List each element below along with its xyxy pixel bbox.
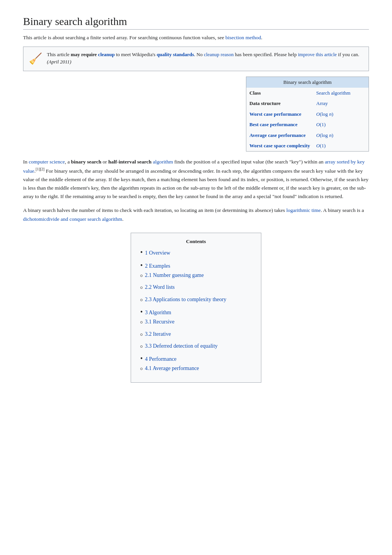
infobox-row-best-perf: Best case performance O(1)	[246, 119, 369, 130]
circle-marker-3-2	[140, 333, 143, 336]
contents-sublist-3: 3.1 Recursive 3.2 Iterative 3.3 Deferred…	[140, 317, 252, 351]
date-note: (April 2011)	[47, 59, 71, 65]
best-case-performance-link[interactable]: Best case performance	[249, 122, 297, 127]
circle-marker-3-1	[140, 321, 143, 323]
infobox-row-avg-perf: Average case performance O(log n)	[246, 130, 369, 141]
contents-sublist-4: 4.1 Average performance	[140, 364, 252, 373]
infobox-label-class: Class	[246, 88, 313, 98]
infobox-row-class: Class Search algorithm	[246, 88, 369, 98]
contents-subitem-2-3: 2.3 Applications to complexity theory	[140, 295, 252, 304]
contents-subitem-2-1: 2.1 Number guessing game	[140, 271, 252, 280]
contents-subitem-3-3: 3.3 Deferred detection of equality	[140, 342, 252, 351]
infobox-title: Binary search algorithm	[246, 77, 369, 88]
contents-link-algorithm[interactable]: 3 Algorithm	[145, 308, 171, 317]
infobox-label-worst-perf: Worst case performance	[246, 109, 313, 120]
infobox-table: Class Search algorithm Data structure Ar…	[246, 88, 369, 151]
contents-link-2-2[interactable]: 2.2 Word lists	[145, 283, 175, 292]
contents-link-4-1[interactable]: 4.1 Average performance	[145, 364, 199, 373]
array-link[interactable]: Array	[316, 100, 328, 106]
contents-container: Contents • 1 Overview • 2 Examples 2.1 N…	[23, 229, 369, 390]
search-algorithm-link-2[interactable]: search algorithm	[88, 216, 122, 222]
infobox-value-space: O(1)	[313, 140, 369, 151]
avg-perf-value-link[interactable]: O(log n)	[316, 132, 333, 138]
infobox-row-worst-perf: Worst case performance O(log n)	[246, 109, 369, 120]
infobox-label-space: Worst case space complexity	[246, 140, 313, 151]
cleanup-text: This article may require cleanup to meet…	[47, 51, 363, 66]
bullet-1: •	[140, 249, 143, 256]
infobox-label-data-structure: Data structure	[246, 98, 313, 109]
contents-box: Contents • 1 Overview • 2 Examples 2.1 N…	[131, 233, 261, 383]
best-perf-value-link[interactable]: O(1)	[316, 122, 326, 127]
contents-title: Contents	[140, 238, 252, 245]
body-paragraph-1: In computer science, a binary search or …	[23, 158, 369, 201]
contents-subitem-3-2: 3.2 Iterative	[140, 330, 252, 339]
infobox-label-avg-perf: Average case performance	[246, 130, 313, 141]
logarithmic-time-link[interactable]: logarithmic time	[286, 207, 321, 213]
contents-item-1: • 1 Overview	[140, 248, 252, 258]
ref-1-2: [1][2]	[36, 167, 45, 171]
worst-perf-value-link[interactable]: O(log n)	[316, 111, 333, 117]
broom-icon: 🧹	[29, 51, 42, 67]
cleanup-reason-link[interactable]: cleanup reason	[204, 52, 234, 57]
infobox-row-data-structure: Data structure Array	[246, 98, 369, 109]
contents-link-2-1[interactable]: 2.1 Number guessing game	[145, 271, 204, 280]
contents-link-overview[interactable]: 1 Overview	[145, 248, 170, 258]
dichotomicdivide-conquer-link[interactable]: dichotomicdivide and conquer	[23, 216, 86, 222]
contents-subitem-3-1: 3.1 Recursive	[140, 317, 252, 327]
circle-marker-2-2	[140, 287, 143, 289]
contents-list: • 1 Overview • 2 Examples 2.1 Number gue…	[140, 248, 252, 373]
cleanup-notice: 🧹 This article may require cleanup to me…	[23, 47, 369, 71]
infobox-value-data-structure: Array	[313, 98, 369, 109]
contents-item-4: • 4 Performance 4.1 Average performance	[140, 355, 252, 373]
computer-science-link[interactable]: computer science	[29, 159, 65, 165]
contents-item-3: • 3 Algorithm 3.1 Recursive 3.2 Iterativ…	[140, 308, 252, 351]
contents-item-2: • 2 Examples 2.1 Number guessing game 2.…	[140, 262, 252, 304]
infobox-value-avg-perf: O(log n)	[313, 130, 369, 141]
circle-marker-2-1	[140, 275, 143, 277]
infobox: Binary search algorithm Class Search alg…	[246, 77, 369, 152]
worst-case-performance-link[interactable]: Worst case performance	[249, 111, 301, 117]
contents-subitem-2-2: 2.2 Word lists	[140, 283, 252, 292]
circle-marker-2-3	[140, 299, 143, 301]
intro-paragraph: This article is about searching a finite…	[23, 33, 369, 42]
infobox-value-best-perf: O(1)	[313, 119, 369, 130]
contents-link-examples[interactable]: 2 Examples	[145, 262, 170, 271]
search-algorithm-link[interactable]: Search algorithm	[316, 90, 350, 96]
average-case-performance-link[interactable]: Average case performance	[249, 132, 306, 138]
body-paragraph-2: A binary search halves the number of ite…	[23, 206, 369, 223]
contents-link-performance[interactable]: 4 Performance	[145, 355, 176, 364]
bullet-2: •	[140, 262, 143, 269]
contents-sublist-2: 2.1 Number guessing game 2.2 Word lists …	[140, 271, 252, 304]
contents-subitem-4-1: 4.1 Average performance	[140, 364, 252, 373]
worst-case-space-link[interactable]: Worst case space complexity	[249, 143, 310, 148]
page-title: Binary search algorithm	[23, 15, 369, 30]
circle-marker-4-1	[140, 368, 143, 370]
bullet-3: •	[140, 308, 143, 315]
infobox-value-class: Search algorithm	[313, 88, 369, 98]
contents-link-3-3[interactable]: 3.3 Deferred detection of equality	[145, 342, 218, 351]
contents-link-3-2[interactable]: 3.2 Iterative	[145, 330, 171, 339]
cleanup-link[interactable]: cleanup	[98, 52, 115, 57]
contents-link-3-1[interactable]: 3.1 Recursive	[145, 317, 174, 327]
infobox-label-best-perf: Best case performance	[246, 119, 313, 130]
contents-link-2-3[interactable]: 2.3 Applications to complexity theory	[145, 295, 226, 304]
bisection-method-link[interactable]: bisection method	[226, 35, 261, 40]
algorithm-link[interactable]: algorithm	[153, 159, 173, 165]
improve-article-link[interactable]: improve this article	[298, 52, 337, 57]
quality-standards-link[interactable]: quality standards	[157, 52, 194, 57]
infobox-value-worst-perf: O(log n)	[313, 109, 369, 120]
bullet-4: •	[140, 355, 143, 362]
circle-marker-3-3	[140, 345, 143, 348]
infobox-row-space: Worst case space complexity O(1)	[246, 140, 369, 151]
space-value-link[interactable]: O(1)	[316, 143, 326, 148]
